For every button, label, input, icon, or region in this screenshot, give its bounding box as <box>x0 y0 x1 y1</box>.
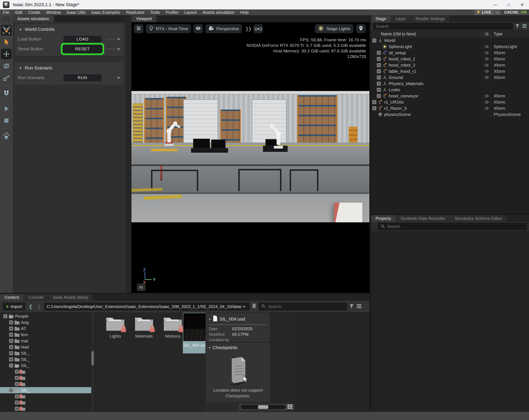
plus-expander-icon[interactable]: + <box>9 351 13 355</box>
menu-layout[interactable]: Layout <box>181 10 199 15</box>
folder-tree-row[interactable]: + <box>0 399 92 406</box>
plus-expander-icon[interactable]: + <box>377 81 381 86</box>
menu-isaac-utils[interactable]: Isaac Utils <box>64 10 88 15</box>
plus-expander-icon[interactable]: + <box>15 382 19 386</box>
content-tab-content[interactable]: Content <box>0 294 23 301</box>
stage-tree-row[interactable]: +Physics_Materials <box>371 81 529 87</box>
property-tab-property[interactable]: Property <box>371 215 396 222</box>
bookmark-icon[interactable] <box>252 303 257 310</box>
plus-expander-icon[interactable]: + <box>9 339 13 343</box>
selection-set-tool-button[interactable] <box>1 25 12 36</box>
tree-scrollbar[interactable] <box>91 312 94 412</box>
visibility-eye-icon[interactable] <box>483 74 490 81</box>
content-tab-isaac-assets-beta[interactable]: Isaac Assets (Beta) <box>48 294 93 301</box>
back-button[interactable]: ❮ <box>27 304 34 309</box>
content-tab-console[interactable]: Console <box>24 294 48 301</box>
plus-expander-icon[interactable]: + <box>15 376 19 380</box>
section-header[interactable]: ▼Run Scenario <box>18 65 121 73</box>
options-hamburger-icon[interactable] <box>357 304 362 310</box>
folder-tree-row[interactable]: +Ang <box>0 319 92 325</box>
folder-tree-row[interactable]: +AT <box>0 325 92 332</box>
menu-assets-simulation[interactable]: Assets simulation <box>199 10 237 15</box>
forward-button[interactable]: ❯ <box>36 304 42 309</box>
visibility-eye-icon[interactable] <box>483 56 490 62</box>
path-dropdown-caret-icon[interactable]: ▼ <box>241 305 247 308</box>
stage-tree-row[interactable]: +GroundXform <box>371 74 529 81</box>
visibility-button[interactable] <box>194 24 203 33</box>
play-tool-button[interactable] <box>1 103 12 114</box>
stage-tree-row[interactable]: −SphereLightSphereLight <box>371 43 529 50</box>
plus-expander-icon[interactable]: + <box>377 94 381 98</box>
viewport-settings-button[interactable] <box>134 24 143 33</box>
plus-expander-icon[interactable]: + <box>372 100 376 104</box>
visibility-column-header[interactable] <box>483 31 490 37</box>
stage-tree-row[interactable]: +hood_conveyorXform <box>371 93 529 99</box>
plus-expander-icon[interactable]: + <box>9 357 13 361</box>
stage-tree-row[interactable]: +sil_setupXform <box>371 50 529 56</box>
plus-expander-icon[interactable]: + <box>372 106 376 110</box>
folder-tree-row[interactable]: + <box>0 393 92 399</box>
stage-lights-button[interactable]: Stage Lights <box>315 24 353 33</box>
default-value-dot[interactable] <box>118 48 119 50</box>
visibility-eye-icon[interactable] <box>483 50 490 56</box>
live-dropdown-chevron-icon[interactable]: ⌄ <box>494 10 501 15</box>
plus-expander-icon[interactable]: + <box>15 370 19 374</box>
stage-tab-stage[interactable]: Stage <box>371 15 391 22</box>
stage-tree-row[interactable]: +hood_robot_2Xform <box>371 62 529 68</box>
load-button[interactable]: LOAD <box>64 36 102 42</box>
folder-tile-lights[interactable]: Lights <box>104 316 127 339</box>
plus-expander-icon[interactable]: + <box>9 333 13 337</box>
visibility-eye-icon[interactable] <box>483 99 490 105</box>
plus-expander-icon[interactable]: + <box>9 345 13 349</box>
plus-expander-icon[interactable]: + <box>377 88 381 92</box>
stage-search-input[interactable] <box>373 23 513 30</box>
folder-tree-row[interactable]: +SIL_ <box>0 356 92 363</box>
default-value-dot[interactable] <box>118 77 119 79</box>
menu-edit[interactable]: Edit <box>12 10 25 15</box>
minus-expander-icon[interactable]: − <box>9 364 13 368</box>
plus-expander-icon[interactable]: + <box>377 51 381 55</box>
panel-splitter[interactable] <box>369 15 371 412</box>
snap-tool-button[interactable] <box>1 88 12 99</box>
grid-view-icon[interactable] <box>287 404 292 410</box>
viewport-canvas[interactable]: RTX - Real-Time Perspective ❯❯ ((●)) Sta… <box>132 22 369 293</box>
plus-expander-icon[interactable]: + <box>377 63 381 67</box>
plus-expander-icon[interactable]: + <box>15 407 19 411</box>
plus-expander-icon[interactable]: + <box>377 75 381 80</box>
live-sync-button[interactable]: LIVE <box>474 10 494 15</box>
folder-tile-materials[interactable]: Materials <box>132 316 156 339</box>
scale-tool-button[interactable] <box>1 72 12 83</box>
stage-tree-row[interactable]: +r2_Razer_5Xform <box>371 105 529 111</box>
visibility-eye-icon[interactable] <box>483 93 490 99</box>
folder-tree-row[interactable]: −SIL_ <box>0 387 92 393</box>
folder-tree-row[interactable]: −SIL_ <box>0 363 92 369</box>
visibility-eye-icon[interactable] <box>483 81 490 87</box>
stage-tab-render-settings[interactable]: Render Settings <box>411 15 449 22</box>
waypoint-pin-button[interactable] <box>356 24 366 33</box>
stage-tree-row[interactable]: +hood_robot_1Xform <box>371 56 529 62</box>
folder-tree-row[interactable]: −People <box>0 313 92 319</box>
folder-tree-row[interactable]: + <box>0 375 92 381</box>
section-header[interactable]: ▼World Controls <box>18 26 121 34</box>
move-tool-button[interactable] <box>1 49 12 59</box>
property-tab-semantics-schema-editor[interactable]: Semantics Schema Editor <box>450 215 506 222</box>
stage-tree-row[interactable]: +Looks <box>371 87 529 93</box>
visibility-eye-icon[interactable] <box>483 37 490 43</box>
stop-tool-button[interactable] <box>1 115 12 126</box>
maximize-button[interactable]: □ <box>502 0 516 10</box>
folder-tree-row[interactable]: + <box>0 381 92 387</box>
path-breadcrumb-field[interactable]: C:/Users/Angela/Desktop/User_Extensions/… <box>44 303 250 311</box>
select-tool-button[interactable] <box>1 37 12 47</box>
visibility-eye-icon[interactable] <box>483 68 490 74</box>
options-hamburger-icon[interactable] <box>522 24 527 29</box>
folder-tree-row[interactable]: +mal <box>0 338 92 344</box>
property-search-input[interactable] <box>378 223 527 230</box>
visibility-eye-icon[interactable] <box>483 105 490 111</box>
minus-expander-icon[interactable]: − <box>9 388 13 392</box>
rotate-tool-button[interactable] <box>1 61 12 71</box>
property-tab-synthetic-data-recorder[interactable]: Synthetic Data Recorder <box>396 215 450 222</box>
folder-tile-motions[interactable]: Motions <box>161 316 184 339</box>
import-button[interactable]: + Import <box>2 303 26 311</box>
reset-button[interactable]: RESET <box>64 46 102 52</box>
filter-icon[interactable] <box>515 23 520 29</box>
